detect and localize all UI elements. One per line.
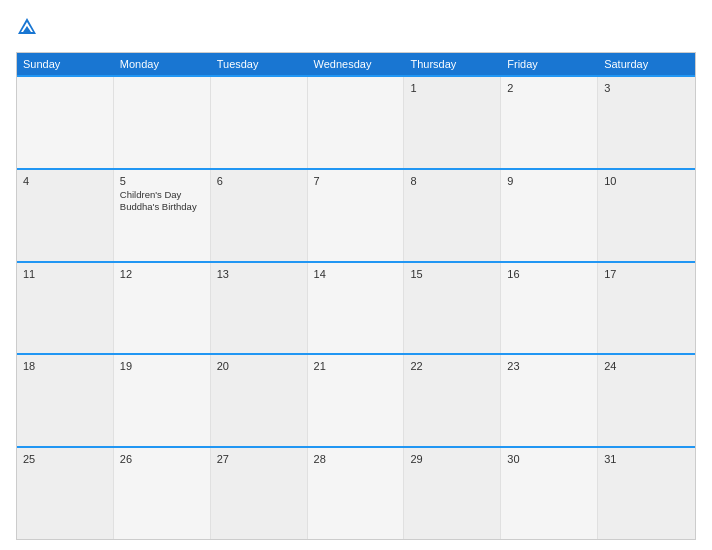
- event-label: Buddha's Birthday: [120, 201, 204, 213]
- day-number: 21: [314, 360, 398, 372]
- day-of-week-saturday: Saturday: [598, 53, 695, 75]
- day-of-week-sunday: Sunday: [17, 53, 114, 75]
- day-number: 5: [120, 175, 204, 187]
- cal-cell: 15: [404, 263, 501, 354]
- cal-cell: 8: [404, 170, 501, 261]
- logo-icon: [16, 16, 38, 38]
- day-of-week-tuesday: Tuesday: [211, 53, 308, 75]
- cal-cell: 18: [17, 355, 114, 446]
- day-number: 22: [410, 360, 494, 372]
- cal-cell: 5Children's DayBuddha's Birthday: [114, 170, 211, 261]
- cal-cell: 13: [211, 263, 308, 354]
- day-number: 19: [120, 360, 204, 372]
- calendar-body: 12345Children's DayBuddha's Birthday6789…: [17, 75, 695, 539]
- cal-cell: 1: [404, 77, 501, 168]
- day-number: 30: [507, 453, 591, 465]
- day-number: 13: [217, 268, 301, 280]
- day-number: 8: [410, 175, 494, 187]
- day-number: 12: [120, 268, 204, 280]
- cal-cell: [114, 77, 211, 168]
- day-number: 6: [217, 175, 301, 187]
- cal-cell: 20: [211, 355, 308, 446]
- day-number: 4: [23, 175, 107, 187]
- day-number: 2: [507, 82, 591, 94]
- cal-cell: 16: [501, 263, 598, 354]
- cal-cell: 10: [598, 170, 695, 261]
- cal-cell: 29: [404, 448, 501, 539]
- cal-cell: 7: [308, 170, 405, 261]
- day-number: 24: [604, 360, 689, 372]
- calendar-header: SundayMondayTuesdayWednesdayThursdayFrid…: [17, 53, 695, 75]
- day-number: 14: [314, 268, 398, 280]
- cal-cell: 9: [501, 170, 598, 261]
- cal-cell: [211, 77, 308, 168]
- cal-cell: [308, 77, 405, 168]
- cal-cell: 28: [308, 448, 405, 539]
- day-number: 18: [23, 360, 107, 372]
- day-number: 23: [507, 360, 591, 372]
- day-number: 10: [604, 175, 689, 187]
- day-number: 11: [23, 268, 107, 280]
- cal-cell: 24: [598, 355, 695, 446]
- week-row-4: 25262728293031: [17, 446, 695, 539]
- day-number: 9: [507, 175, 591, 187]
- calendar-page: SundayMondayTuesdayWednesdayThursdayFrid…: [0, 0, 712, 550]
- cal-cell: 4: [17, 170, 114, 261]
- calendar-grid: SundayMondayTuesdayWednesdayThursdayFrid…: [16, 52, 696, 540]
- day-number: 16: [507, 268, 591, 280]
- cal-cell: 21: [308, 355, 405, 446]
- event-label: Children's Day: [120, 189, 204, 201]
- cal-cell: 26: [114, 448, 211, 539]
- cal-cell: 12: [114, 263, 211, 354]
- cal-cell: 27: [211, 448, 308, 539]
- cal-cell: 17: [598, 263, 695, 354]
- day-number: 28: [314, 453, 398, 465]
- cal-cell: 3: [598, 77, 695, 168]
- day-number: 31: [604, 453, 689, 465]
- cal-cell: 14: [308, 263, 405, 354]
- day-number: 20: [217, 360, 301, 372]
- day-number: 29: [410, 453, 494, 465]
- cal-cell: [17, 77, 114, 168]
- day-of-week-friday: Friday: [501, 53, 598, 75]
- week-row-1: 45Children's DayBuddha's Birthday678910: [17, 168, 695, 261]
- week-row-0: 123: [17, 75, 695, 168]
- day-of-week-monday: Monday: [114, 53, 211, 75]
- day-number: 27: [217, 453, 301, 465]
- day-number: 17: [604, 268, 689, 280]
- day-number: 1: [410, 82, 494, 94]
- logo: [16, 16, 42, 42]
- cal-cell: 22: [404, 355, 501, 446]
- week-row-3: 18192021222324: [17, 353, 695, 446]
- day-number: 26: [120, 453, 204, 465]
- day-number: 7: [314, 175, 398, 187]
- week-row-2: 11121314151617: [17, 261, 695, 354]
- day-number: 3: [604, 82, 689, 94]
- cal-cell: 25: [17, 448, 114, 539]
- header: [16, 16, 696, 42]
- day-of-week-wednesday: Wednesday: [308, 53, 405, 75]
- cal-cell: 11: [17, 263, 114, 354]
- day-number: 15: [410, 268, 494, 280]
- cal-cell: 23: [501, 355, 598, 446]
- day-of-week-thursday: Thursday: [404, 53, 501, 75]
- cal-cell: 31: [598, 448, 695, 539]
- day-number: 25: [23, 453, 107, 465]
- cal-cell: 2: [501, 77, 598, 168]
- cal-cell: 19: [114, 355, 211, 446]
- cal-cell: 30: [501, 448, 598, 539]
- cal-cell: 6: [211, 170, 308, 261]
